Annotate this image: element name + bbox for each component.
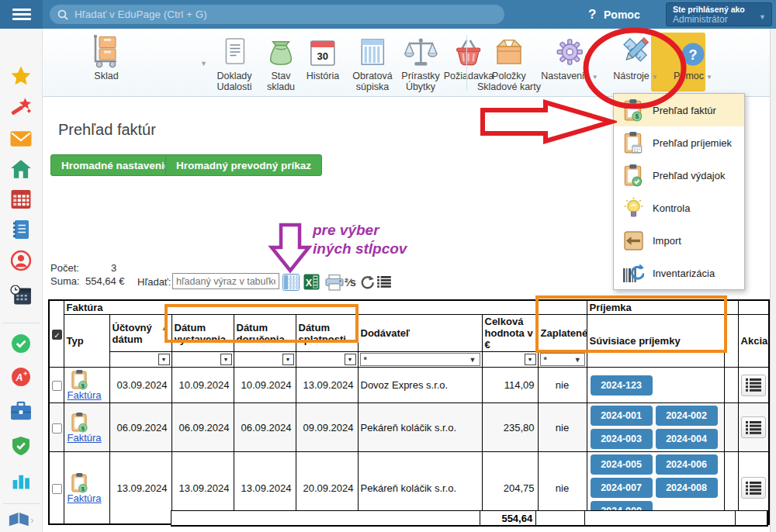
column-header-celkova-hodnota[interactable]: Celková hodnota v € (482, 315, 538, 352)
hamburger-menu-button[interactable] (0, 0, 43, 29)
open-book-icon (8, 511, 29, 528)
sidebar-item-attendance[interactable] (11, 333, 32, 354)
receipt-badge[interactable]: 2024-003 (591, 429, 653, 449)
receipt-badge[interactable]: 2024-006 (656, 454, 718, 475)
sidebar-item-grades[interactable]: A+ (11, 367, 32, 388)
refresh-icon[interactable] (360, 275, 374, 292)
toolbar-item-nastroje[interactable]: Nástroje▼ (613, 33, 657, 83)
sort-ascending-icon: ▲ (161, 322, 169, 333)
sidebar-item-students[interactable] (11, 250, 32, 271)
calendar-clock-icon (10, 285, 32, 306)
row-checkbox[interactable] (52, 423, 62, 434)
receipt-badge[interactable]: 2024-123 (591, 375, 653, 396)
page-scrollbar[interactable] (770, 29, 776, 532)
toolbar-item-polozky-skladove-karty[interactable]: PoložkySkladové karty (477, 33, 541, 92)
receipt-badge[interactable]: 2024-004 (656, 429, 718, 449)
row-actions-button[interactable] (741, 375, 766, 396)
hamburger-icon (12, 6, 31, 22)
row-actions-button[interactable] (741, 477, 766, 499)
toolbar-item-historia[interactable]: 30 História (307, 33, 339, 81)
toolbar-item-sklad[interactable]: Sklad (88, 33, 124, 81)
menu-item-prehlad-faktur[interactable]: $ Prehľad faktúr (614, 94, 744, 126)
help-question-icon[interactable]: ? (588, 7, 596, 22)
column-header-datum-splatnosti[interactable]: Dátum splatnosti (296, 315, 358, 352)
receipt-badge[interactable]: 2024-007 (591, 478, 653, 498)
excel-export-icon[interactable]: X (303, 274, 320, 293)
global-search[interactable] (50, 5, 504, 24)
filter-button-vystavenia[interactable]: ▼ (220, 354, 232, 365)
pomoc-caret-icon: ▼ (706, 74, 712, 81)
bulk-settings-button[interactable]: Hromadné nastavenie (50, 154, 181, 176)
svg-text:$: $ (81, 485, 85, 492)
column-header-uctovny-datum[interactable]: Účtovný dátum▲ (109, 315, 171, 352)
document-lines-icon (217, 33, 251, 68)
column-header-suvisiace-prijemky[interactable]: Súvisiace príjemky (587, 315, 724, 368)
toolbar-item-pomoc[interactable]: ? Pomoc▼ (674, 33, 712, 83)
menu-item-inventarizacia[interactable]: Inventarizácia (614, 257, 744, 289)
menu-item-prehlad-prijemiek[interactable]: Prehľad príjemiek (614, 126, 744, 159)
column-header-datum-vystavenia[interactable]: Dátum vystavenia (171, 315, 234, 352)
menu-item-prehlad-vydajok[interactable]: Prehľad výdajok (614, 159, 744, 192)
invoice-type-link[interactable]: Faktúra (68, 432, 102, 444)
global-search-input[interactable] (74, 9, 497, 20)
footer-empty-cell (171, 511, 480, 525)
logged-in-user-box[interactable]: Ste prihlásený ako Administrátor ▼ (666, 2, 772, 26)
sidebar-item-favorites[interactable] (10, 65, 32, 87)
toolbar-item-stav-skladu[interactable]: Stavskladu (265, 33, 296, 92)
row-actions-button[interactable] (741, 416, 766, 438)
receipt-badge[interactable]: 2024-002 (656, 406, 718, 426)
column-selector-icon[interactable] (282, 274, 300, 294)
filter-button-celkova[interactable]: ▼ (525, 354, 536, 365)
grade-a-plus-icon: A+ (11, 367, 32, 388)
sidebar-item-agenda[interactable] (10, 285, 32, 306)
invoice-type-link[interactable]: Faktúra (68, 492, 102, 504)
print-icon[interactable] (325, 275, 344, 294)
delivery-date-cell: 06.09.2024 (234, 403, 296, 452)
filter-select-zaplatene[interactable]: *▼ (540, 353, 585, 366)
sidebar-item-messages[interactable] (10, 130, 32, 147)
annotation-text: pre výberiných stĺpcov (313, 221, 407, 258)
bulk-transfer-order-button[interactable]: Hromadný prevodný príkaz (165, 154, 322, 176)
filter-button-splatnosti[interactable]: ▼ (345, 354, 356, 365)
clipboard-calendar-icon (622, 131, 644, 154)
receipt-badge[interactable]: 2024-008 (656, 478, 718, 498)
svg-text:$: $ (81, 424, 85, 431)
sidebar-item-results[interactable] (11, 471, 32, 490)
sidebar-item-home[interactable] (10, 159, 32, 179)
toolbar-item-obratova-supiska[interactable]: Obratovásúpiska (352, 33, 392, 92)
column-header-dodavatel[interactable]: Dodávateľ (358, 315, 482, 352)
edupage-window: ? Pomoc Ste prihlásený ako Administrátor… (0, 0, 776, 532)
sidebar-item-security[interactable] (11, 436, 31, 457)
sidebar-item-wizard[interactable] (10, 96, 32, 118)
row-checkbox[interactable] (52, 484, 62, 494)
topbar-help-link[interactable]: Pomoc (604, 9, 640, 21)
decimal-toggle-icon[interactable]: ²∕s (345, 276, 356, 288)
sidebar-item-office[interactable] (10, 402, 32, 421)
list-view-icon[interactable] (377, 276, 391, 291)
menu-item-import[interactable]: Import (614, 224, 744, 257)
sidebar-item-timetable[interactable] (11, 189, 32, 209)
receipt-badge[interactable]: 2024-005 (591, 454, 653, 475)
column-header-zaplatene[interactable]: Zaplatené (538, 315, 587, 352)
column-header-datum-dorucenia[interactable]: Dátum doručenia (234, 315, 296, 352)
invoice-type-link[interactable]: Faktúra (68, 389, 102, 401)
filter-select-dodavatel[interactable]: *▼ (360, 353, 480, 366)
sidebar-item-classbook[interactable] (11, 219, 31, 240)
select-all-checkbox[interactable]: ✓ (52, 330, 62, 340)
row-checkbox[interactable] (52, 381, 62, 391)
toolbar-item-doklady-udalosti[interactable]: DokladyUdalosti (217, 33, 251, 92)
filter-button-uctovny[interactable]: ▼ (158, 354, 170, 365)
toolbar-item-nastavenia[interactable]: Nastavenia▼ (541, 33, 598, 83)
table-search-input[interactable] (172, 273, 279, 289)
sidebar-item-library[interactable]: › (8, 511, 33, 528)
menu-item-kontrola[interactable]: Kontrola (614, 192, 744, 224)
magic-wand-icon (10, 96, 32, 118)
toolbar-item-prirastky-ubytky[interactable]: PrírastkyÚbytky (401, 33, 439, 92)
spacer-cell (724, 368, 738, 403)
user-dropdown-caret-icon[interactable]: ▼ (759, 13, 766, 21)
column-header-typ[interactable]: Typ (64, 315, 109, 368)
sklad-dropdown-caret-icon[interactable]: ▼ (200, 60, 207, 67)
filter-button-dorucenia[interactable]: ▼ (282, 354, 294, 365)
select-all-cell: ✓ (49, 300, 64, 368)
receipt-badge[interactable]: 2024-001 (591, 406, 653, 426)
